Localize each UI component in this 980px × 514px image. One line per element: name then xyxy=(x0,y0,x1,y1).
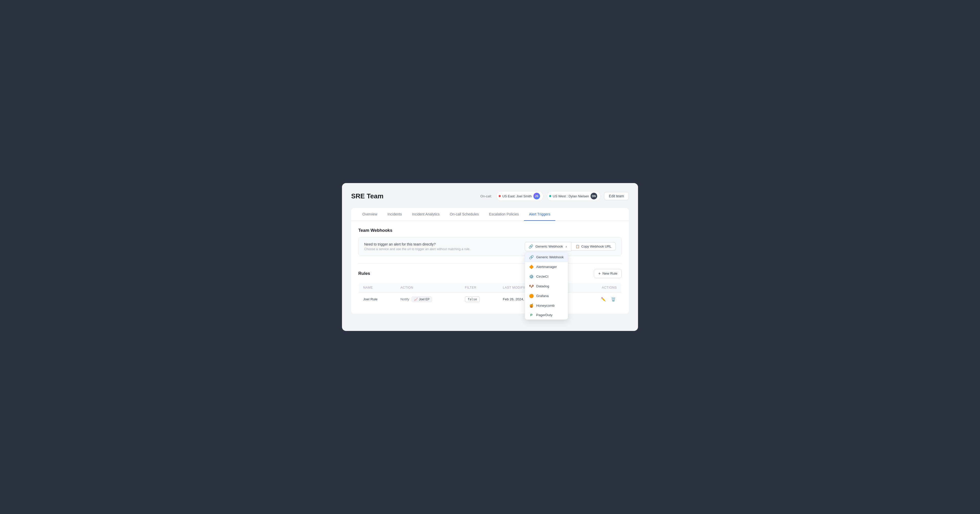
actions-buttons: ✏️ 🗑️ xyxy=(585,296,617,303)
rule-actions-cell: ✏️ 🗑️ xyxy=(580,292,622,306)
circleci-icon: ⚙️ xyxy=(529,274,534,279)
dropdown-item-circleci[interactable]: ⚙️ CircleCI xyxy=(525,272,568,281)
rule-filter: false xyxy=(460,292,498,306)
rules-table: Name Action Filter Last Modified Actions… xyxy=(358,283,622,306)
tab-incidents[interactable]: Incidents xyxy=(382,208,407,221)
copy-webhook-label: Copy Webhook URL xyxy=(581,244,611,248)
oncall-badge-joel[interactable]: US East: Joel Smith JS xyxy=(496,191,543,201)
main-card: SRE Team On-call: US East: Joel Smith JS… xyxy=(342,183,638,331)
tabs-nav: Overview Incidents Incident Analytics On… xyxy=(351,208,629,221)
chevron-up-icon: ▲ xyxy=(565,245,568,248)
status-dot-dylan xyxy=(549,195,551,197)
team-title: SRE Team xyxy=(351,192,383,200)
honeycomb-icon: 🍯 xyxy=(529,303,534,308)
ep-icon: 📈 xyxy=(414,298,418,301)
action-cell: Notify 📈 Joel EP xyxy=(401,297,456,302)
webhook-prompt-desc: Choose a service and use the url to trig… xyxy=(364,247,470,251)
edit-team-button[interactable]: Edit team xyxy=(604,192,629,200)
dropdown-item-honeycomb[interactable]: 🍯 Honeycomb xyxy=(525,301,568,311)
dropdown-item-grafana[interactable]: 🟠 Grafana xyxy=(525,291,568,301)
notify-label: Notify xyxy=(401,297,409,301)
dropdown-item-alertmanager[interactable]: 🔶 Alertmanager xyxy=(525,262,568,272)
avatar-joel: JS xyxy=(533,193,540,199)
new-rule-label: New Rule xyxy=(602,271,617,275)
dropdown-item-datadog[interactable]: 🐶 Datadog xyxy=(525,281,568,291)
tab-oncall-schedules[interactable]: On-call Schedules xyxy=(445,208,484,221)
header-right: On-call: US East: Joel Smith JS US West … xyxy=(480,191,629,201)
dropdown-label-datadog: Datadog xyxy=(536,284,549,288)
rules-section-title: Rules xyxy=(358,271,370,276)
tab-escalation-policies[interactable]: Escalation Policies xyxy=(484,208,524,221)
oncall-badge-dylan[interactable]: US West : Dylan Nielsen DN xyxy=(547,191,600,201)
table-header-row: Name Action Filter Last Modified Actions xyxy=(359,283,622,292)
webhook-selected-label: Generic Webhook xyxy=(535,244,563,248)
delete-rule-button[interactable]: 🗑️ xyxy=(610,296,617,303)
generic-webhook-dropdown-icon: 🔗 xyxy=(529,255,534,260)
ep-label: Joel EP xyxy=(419,298,430,301)
rule-name: Joel Rule xyxy=(359,292,396,306)
tab-alert-triggers[interactable]: Alert Triggers xyxy=(524,208,555,221)
dropdown-item-pagerduty[interactable]: P PagerDuty xyxy=(525,311,568,319)
webhook-text: Need to trigger an alert for this team d… xyxy=(364,242,470,251)
dropdown-label-grafana: Grafana xyxy=(536,294,549,298)
avatar-dylan: DN xyxy=(590,193,597,199)
ep-badge: 📈 Joel EP xyxy=(411,297,432,302)
col-header-name: Name xyxy=(359,283,396,292)
header: SRE Team On-call: US East: Joel Smith JS… xyxy=(351,191,629,201)
dropdown-label-honeycomb: Honeycomb xyxy=(536,304,555,308)
webhook-box: Need to trigger an alert for this team d… xyxy=(358,237,622,256)
webhook-prompt-title: Need to trigger an alert for this team d… xyxy=(364,242,470,246)
webhook-select[interactable]: 🔗 Generic Webhook ▲ xyxy=(525,242,571,251)
oncall-region-dylan: US West : Dylan Nielsen xyxy=(553,194,589,198)
webhook-dropdown: 🔗 Generic Webhook 🔶 Alertmanager ⚙️ Circ… xyxy=(525,252,568,320)
dropdown-label-alertmanager: Alertmanager xyxy=(536,265,557,269)
section-divider xyxy=(358,263,622,263)
table-row: Joel Rule Notify 📈 Joel EP fal xyxy=(359,292,622,306)
dropdown-label-pagerduty: PagerDuty xyxy=(536,313,552,317)
copy-webhook-button[interactable]: 📋 Copy Webhook URL xyxy=(571,242,616,251)
grafana-icon: 🟠 xyxy=(529,294,534,298)
dropdown-label-circleci: CircleCI xyxy=(536,274,549,278)
new-rule-button[interactable]: + New Rule xyxy=(594,269,622,278)
col-header-action: Action xyxy=(396,283,460,292)
dropdown-item-generic-webhook[interactable]: 🔗 Generic Webhook xyxy=(525,252,568,262)
webhook-controls: 🔗 Generic Webhook ▲ 📋 Copy Webhook URL 🔗 xyxy=(525,242,616,251)
pagerduty-icon: P xyxy=(529,313,534,317)
edit-rule-button[interactable]: ✏️ xyxy=(600,296,607,303)
webhooks-section-title: Team Webhooks xyxy=(358,228,622,233)
generic-webhook-icon: 🔗 xyxy=(528,244,533,249)
rule-action: Notify 📈 Joel EP xyxy=(396,292,460,306)
content-card: Overview Incidents Incident Analytics On… xyxy=(351,208,629,314)
filter-badge: false xyxy=(465,297,480,302)
plus-icon: + xyxy=(598,271,600,276)
alertmanager-icon: 🔶 xyxy=(529,265,534,269)
oncall-region-joel: US East: Joel Smith xyxy=(502,194,532,198)
inner-content: Team Webhooks Need to trigger an alert f… xyxy=(351,221,629,314)
tab-overview[interactable]: Overview xyxy=(357,208,382,221)
col-header-actions: Actions xyxy=(580,283,622,292)
tab-incident-analytics[interactable]: Incident Analytics xyxy=(407,208,445,221)
rules-header: Rules + New Rule xyxy=(358,269,622,278)
status-dot-joel xyxy=(499,195,501,197)
webhook-select-left: 🔗 Generic Webhook xyxy=(528,244,563,249)
datadog-icon: 🐶 xyxy=(529,284,534,289)
col-header-filter: Filter xyxy=(460,283,498,292)
oncall-label: On-call: xyxy=(480,194,492,198)
dropdown-label-generic-webhook: Generic Webhook xyxy=(536,255,564,259)
copy-icon: 📋 xyxy=(576,244,579,248)
